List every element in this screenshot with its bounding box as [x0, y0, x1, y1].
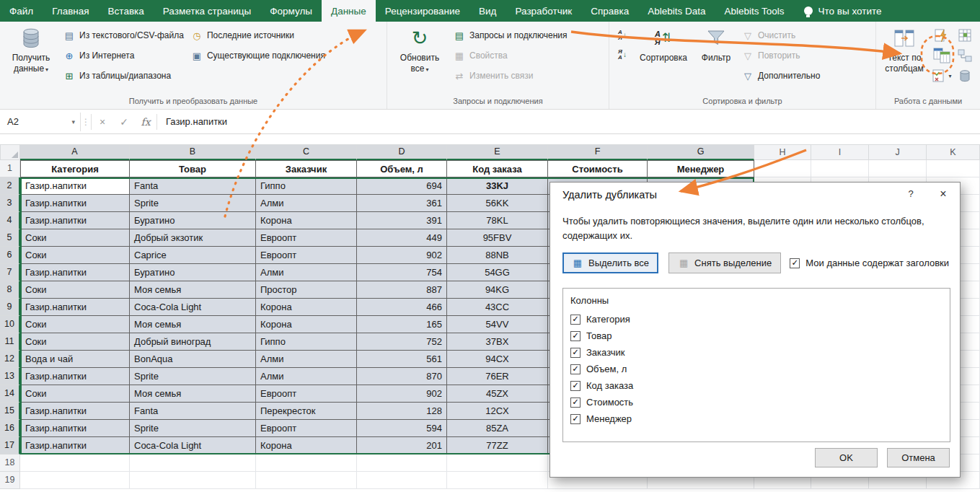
cell-A14[interactable]: Соки [20, 385, 130, 403]
cell-E11[interactable]: 37BX [447, 333, 548, 351]
tab-data[interactable]: Данные [322, 0, 376, 22]
cell-E16[interactable]: 85ZA [447, 420, 548, 437]
cell-E8[interactable]: 94KG [447, 281, 548, 299]
checkbox-checked-icon[interactable]: ✓ [570, 381, 581, 391]
cell-D9[interactable]: 466 [357, 299, 447, 316]
cell-B10[interactable]: Моя семья [130, 316, 256, 333]
cell-A1[interactable]: Категория [20, 160, 130, 177]
cell-D3[interactable]: 361 [357, 195, 447, 212]
checkbox-checked-icon[interactable]: ✓ [570, 315, 581, 325]
cell-A16[interactable]: Газир.напитки [20, 420, 130, 437]
row-header-3[interactable]: 3 [0, 195, 20, 212]
cell-A12[interactable]: Вода и чай [20, 351, 130, 368]
cell-K1[interactable] [927, 160, 980, 177]
row-header-6[interactable]: 6 [0, 247, 20, 264]
remove-duplicates-button[interactable] [930, 45, 953, 66]
cell-C3[interactable]: Алми [256, 195, 357, 212]
cell-B15[interactable]: Fanta [130, 403, 256, 420]
tell-me-box[interactable]: Что вы хотите [794, 0, 892, 22]
row-header-2[interactable]: 2 [0, 177, 20, 195]
cell-D17[interactable]: 201 [357, 437, 447, 454]
sort-button[interactable]: АЯ ⇅ Сортировка [633, 24, 694, 94]
cell-D5[interactable]: 449 [357, 229, 447, 247]
tab-formulas[interactable]: Формулы [260, 0, 322, 22]
column-header-D[interactable]: D [357, 144, 447, 160]
name-box[interactable]: A2 ▾ [0, 113, 81, 131]
cell-A10[interactable]: Соки [20, 316, 130, 333]
cell-A17[interactable]: Газир.напитки [20, 437, 130, 454]
from-text-csv-button[interactable]: ▤Из текстового/CSV-файла [60, 25, 187, 45]
cell-B2[interactable]: Fanta [130, 177, 256, 195]
column-header-H[interactable]: H [754, 144, 811, 160]
from-web-button[interactable]: ⊕Из Интернета [60, 45, 187, 66]
cell-C8[interactable]: Простор [256, 281, 357, 299]
tab-help[interactable]: Справка [581, 0, 638, 22]
tab-ablebits-tools[interactable]: Ablebits Tools [715, 0, 793, 22]
cell-B5[interactable]: Добрый экзотик [130, 229, 256, 247]
confirm-entry-button[interactable]: ✓ [113, 116, 135, 128]
cell-E10[interactable]: 54VV [447, 316, 548, 333]
cell-B14[interactable]: Моя семья [130, 385, 256, 403]
cell-C10[interactable]: Корона [256, 316, 357, 333]
manage-data-model-button[interactable] [953, 66, 976, 86]
consolidate-button[interactable] [953, 25, 976, 45]
cell-D19[interactable] [357, 472, 447, 489]
row-header-7[interactable]: 7 [0, 264, 20, 281]
existing-connections-button[interactable]: ▣Существующие подключения [187, 45, 329, 66]
checkbox-checked-icon[interactable]: ✓ [570, 331, 581, 341]
sort-descending-button[interactable]: АЯ↓ [613, 47, 632, 63]
row-header-11[interactable]: 11 [0, 333, 20, 351]
cell-B3[interactable]: Sprite [130, 195, 256, 212]
dialog-column-item-2[interactable]: ✓Товар [570, 328, 943, 344]
cell-C6[interactable]: Евроопт [256, 247, 357, 264]
cell-D2[interactable]: 694 [357, 177, 447, 195]
cell-B16[interactable]: Sprite [130, 420, 256, 437]
select-all-corner[interactable] [0, 144, 20, 160]
cancel-entry-button[interactable]: × [92, 116, 113, 128]
cell-B18[interactable] [130, 454, 256, 472]
row-header-8[interactable]: 8 [0, 281, 20, 299]
column-header-A[interactable]: A [20, 144, 130, 160]
cell-E3[interactable]: 56KK [447, 195, 548, 212]
tab-review[interactable]: Рецензирование [376, 0, 469, 22]
from-table-range-button[interactable]: ⊞Из таблицы/диапазона [60, 66, 187, 86]
sort-ascending-button[interactable]: АЯ↓ [613, 27, 632, 43]
cell-C5[interactable]: Евроопт [256, 229, 357, 247]
cell-E17[interactable]: 77ZZ [447, 437, 548, 454]
cell-H1[interactable] [754, 160, 811, 177]
tab-developer[interactable]: Разработчик [506, 0, 581, 22]
cell-D12[interactable]: 561 [357, 351, 447, 368]
cell-E13[interactable]: 76ER [447, 368, 548, 385]
cell-E7[interactable]: 54GG [447, 264, 548, 281]
cell-C4[interactable]: Корона [256, 212, 357, 229]
insert-function-button[interactable]: fx [135, 116, 156, 128]
column-header-E[interactable]: E [447, 144, 548, 160]
my-data-has-headers-checkbox[interactable]: ✓ Мои данные содержат заголовки [790, 258, 949, 268]
cell-D15[interactable]: 128 [357, 403, 447, 420]
data-validation-button[interactable]: ▾ [930, 66, 953, 86]
cell-A15[interactable]: Газир.напитки [20, 403, 130, 420]
tab-file[interactable]: Файл [0, 0, 43, 22]
cell-C14[interactable]: Евроопт [256, 385, 357, 403]
row-header-19[interactable]: 19 [0, 472, 20, 489]
column-header-B[interactable]: B [130, 144, 256, 160]
cell-B12[interactable]: BonAqua [130, 351, 256, 368]
get-data-button[interactable]: Получить данные▾ [2, 24, 60, 94]
checkbox-checked-icon[interactable]: ✓ [570, 348, 581, 358]
formula-bar-drag-handle[interactable]: ⋮ [81, 117, 91, 127]
column-header-K[interactable]: K [927, 144, 980, 160]
cell-A5[interactable]: Соки [20, 229, 130, 247]
cell-A11[interactable]: Соки [20, 333, 130, 351]
dialog-column-item-5[interactable]: ✓Код заказа [570, 377, 943, 394]
cell-B11[interactable]: Добрый виноград [130, 333, 256, 351]
cell-A8[interactable]: Соки [20, 281, 130, 299]
cell-D11[interactable]: 752 [357, 333, 447, 351]
column-header-I[interactable]: I [811, 144, 869, 160]
cell-C9[interactable]: Корона [256, 299, 357, 316]
cell-B7[interactable]: Буратино [130, 264, 256, 281]
row-header-9[interactable]: 9 [0, 299, 20, 316]
reapply-filter-button[interactable]: ▽Повторить [738, 45, 824, 66]
properties-button[interactable]: ▦Свойства [450, 45, 571, 66]
cell-E19[interactable] [447, 472, 548, 489]
row-header-1[interactable]: 1 [0, 160, 20, 177]
